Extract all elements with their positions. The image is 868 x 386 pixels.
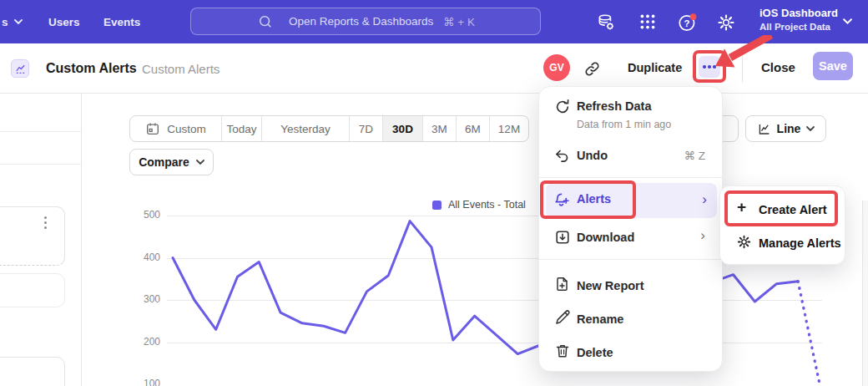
- undo-icon: [554, 147, 571, 164]
- project-scope: All Project Data: [760, 21, 838, 33]
- gridline: [167, 300, 822, 301]
- nav-item-partial[interactable]: s: [2, 0, 23, 43]
- plus-icon: +: [737, 198, 746, 216]
- alert-bell-icon: [553, 191, 571, 209]
- legend-swatch: [432, 201, 442, 210]
- report-header: Custom Alerts Custom Alerts GV Duplicate…: [0, 43, 868, 94]
- search-icon: [258, 14, 273, 29]
- menu-item-alerts[interactable]: Alerts ›: [546, 183, 717, 218]
- menu-item-label: New Report: [577, 277, 644, 294]
- chevron-down-icon[interactable]: [843, 18, 852, 25]
- project-selector[interactable]: iOS Dashboard All Project Data: [760, 5, 838, 33]
- menu-item-shortcut: ⌘ Z: [684, 149, 706, 162]
- report-icon: [11, 59, 29, 78]
- y-tick-label: 400: [125, 251, 160, 263]
- chevron-right-icon: ›: [700, 226, 705, 246]
- data-icon[interactable]: [596, 13, 616, 33]
- divider: [539, 259, 724, 260]
- compare-label: Compare: [139, 155, 189, 169]
- calendar-icon: [145, 121, 160, 136]
- gear-icon: [736, 234, 752, 250]
- chevron-down-icon: [196, 160, 204, 165]
- chart-type-button[interactable]: Line: [745, 115, 826, 142]
- rail-card[interactable]: [0, 357, 65, 386]
- chevron-down-icon: [806, 126, 815, 132]
- range-yesterday[interactable]: Yesterday: [262, 116, 350, 141]
- nav-item-events[interactable]: Events: [103, 0, 140, 43]
- top-nav: s Users Events Open Reports & Dashboards…: [0, 0, 868, 43]
- submenu-item-label: Manage Alerts: [759, 236, 841, 250]
- chevron-right-icon: ›: [702, 190, 707, 210]
- chart-type-label: Line: [777, 122, 801, 135]
- save-button[interactable]: Save: [813, 52, 853, 80]
- divider: [0, 164, 82, 165]
- range-custom[interactable]: Custom: [130, 116, 222, 141]
- menu-item-label: Undo: [577, 147, 608, 164]
- menu-item-label: Rename: [577, 311, 623, 328]
- range-6m[interactable]: 6M: [457, 116, 490, 141]
- project-name: iOS Dashboard: [760, 5, 838, 21]
- apps-grid-icon[interactable]: [638, 13, 657, 31]
- gear-icon[interactable]: [716, 13, 736, 33]
- chart-card-edge: [862, 201, 868, 386]
- breadcrumb: Custom Alerts: [142, 62, 220, 76]
- help-icon[interactable]: ?: [677, 13, 698, 33]
- range-3m[interactable]: 3M: [423, 116, 457, 141]
- gridline: [167, 343, 822, 343]
- svg-text:?: ?: [684, 18, 689, 28]
- divider: [742, 55, 743, 82]
- avatar[interactable]: GV: [543, 54, 570, 81]
- left-rail: [0, 94, 82, 386]
- y-tick-label: 200: [125, 336, 160, 348]
- submenu-item-label: Create Alert: [759, 203, 827, 216]
- compare-button[interactable]: Compare: [129, 149, 214, 175]
- more-options-menu: Refresh Data Data from 1 min ago Undo ⌘ …: [538, 86, 723, 372]
- new-report-icon: [554, 276, 571, 292]
- alerts-submenu: + Create Alert Manage Alerts: [719, 185, 845, 265]
- refresh-icon: [554, 99, 571, 115]
- download-icon: [554, 229, 571, 246]
- nav-item-users[interactable]: Users: [48, 0, 80, 43]
- app-window: 500 400 300 200 100 All Events - Total C…: [0, 0, 868, 386]
- menu-item-label: Delete: [577, 344, 613, 361]
- more-options-button[interactable]: [699, 56, 720, 78]
- page-title: Custom Alerts: [46, 61, 137, 76]
- menu-item-label: Download: [577, 229, 634, 246]
- chevron-down-icon: [14, 19, 23, 25]
- chart-legend: All Events - Total: [432, 199, 526, 211]
- rename-pencil-icon: [554, 309, 571, 326]
- search-shortcut: ⌘ + K: [443, 15, 475, 28]
- rail-card[interactable]: [0, 206, 65, 266]
- search-placeholder: Open Reports & Dashboards: [289, 15, 433, 28]
- range-30d-selected[interactable]: 30D: [383, 116, 423, 141]
- range-label: Custom: [167, 123, 206, 135]
- divider: [0, 131, 82, 132]
- duplicate-button[interactable]: Duplicate: [628, 61, 682, 74]
- link-icon[interactable]: [584, 61, 600, 77]
- legend-label: All Events - Total: [448, 199, 526, 211]
- y-tick-label: 500: [125, 209, 160, 221]
- date-range-selector: Custom Today Yesterday 7D 30D 3M 6M 12M: [129, 115, 529, 142]
- rail-card[interactable]: [0, 273, 65, 307]
- global-search-input[interactable]: Open Reports & Dashboards ⌘ + K: [190, 8, 541, 35]
- close-button[interactable]: Close: [761, 60, 795, 74]
- menu-item-sublabel: Data from 1 min ago: [577, 119, 671, 130]
- y-tick-label: 100: [125, 378, 160, 386]
- divider: [539, 177, 724, 178]
- range-today[interactable]: Today: [222, 116, 262, 141]
- y-tick-label: 300: [125, 293, 160, 305]
- range-7d[interactable]: 7D: [350, 116, 383, 141]
- menu-item-label: Alerts: [577, 192, 611, 206]
- range-12m[interactable]: 12M: [490, 116, 528, 141]
- kebab-menu-icon[interactable]: [44, 216, 47, 229]
- menu-item-label: Refresh Data: [577, 98, 651, 114]
- line-chart-icon: [757, 122, 771, 136]
- delete-trash-icon: [554, 343, 571, 359]
